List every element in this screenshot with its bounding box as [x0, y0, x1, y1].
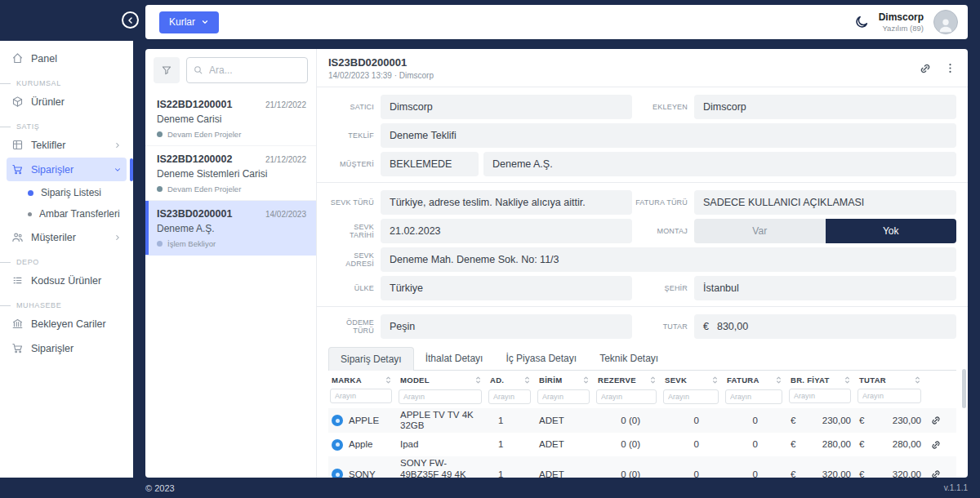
odeme-turu-field[interactable]: Peşin: [381, 314, 632, 339]
quantity-cell: 1: [487, 439, 536, 450]
field-label-sevk-tarihi: SEVK TARİHİ: [328, 223, 381, 239]
status-dot: [157, 186, 163, 192]
sort-icon[interactable]: [844, 376, 851, 385]
fatura-turu-field[interactable]: SADECE KULLANICI AÇIKLAMASI: [694, 190, 956, 215]
brand-cell: Apple: [349, 439, 372, 450]
filter-input-fatura[interactable]: [725, 389, 782, 404]
sidebar-item-urunler[interactable]: Ürünler: [7, 90, 127, 113]
orders-search-row: [145, 49, 316, 91]
sort-icon[interactable]: [474, 376, 482, 385]
montaj-var-option[interactable]: Var: [694, 219, 826, 243]
order-items-table: MARKA MODEL AD. BİRİM REZERVE SEVK FATUR…: [328, 371, 956, 478]
order-list-item[interactable]: IS22BD1200001 21/12/2022 Deneme Carisi D…: [145, 91, 316, 146]
sidebar-collapse-button[interactable]: [122, 11, 139, 29]
sidebar-section-satis: SATIŞ: [0, 122, 133, 131]
sidebar: Panel KURUMSAL Ürünler SATIŞ Teklifler S…: [0, 41, 133, 478]
filter-input-sevk[interactable]: [663, 389, 719, 404]
sort-icon[interactable]: [649, 376, 657, 385]
musteri-name-field[interactable]: Deneme A.Ş.: [483, 152, 956, 176]
reserve-cell: 0 (0): [595, 439, 662, 450]
user-role: Yazılım (89): [879, 24, 924, 33]
link-icon[interactable]: [919, 62, 932, 75]
sort-icon[interactable]: [385, 376, 392, 385]
order-list-item-selected[interactable]: IS23BD0200001 14/02/2023 Deneme A.Ş. İşl…: [145, 201, 316, 256]
tutar-field[interactable]: € 830,00: [694, 314, 956, 339]
sidebar-subitem-ambar-transferleri[interactable]: Ambar Transferleri: [7, 203, 127, 225]
column-header-birim[interactable]: BİRİM: [536, 376, 595, 385]
sehir-field[interactable]: İstanbul: [694, 276, 956, 300]
column-header-br-fiyat[interactable]: BR. FİYAT: [787, 376, 856, 385]
sort-icon[interactable]: [523, 376, 531, 385]
total-cell: €280,00: [856, 439, 926, 450]
search-input[interactable]: [186, 57, 308, 83]
filter-input-tutar[interactable]: [858, 389, 921, 403]
sidebar-item-kodsuz-urunler[interactable]: Kodsuz Ürünler: [7, 269, 127, 292]
satici-field[interactable]: Dimscorp: [381, 95, 632, 119]
table-row[interactable]: SONY SONY FW-49BZ35F 49 4K DISPLAY 1 ADE…: [328, 456, 956, 478]
invoiced-cell: 0: [724, 469, 787, 478]
dark-mode-toggle[interactable]: [854, 15, 869, 29]
section-label: SATIŞ: [16, 122, 39, 131]
order-date: 21/12/2022: [265, 155, 306, 164]
sort-icon[interactable]: [711, 376, 719, 385]
order-code: IS22BD1200001: [157, 99, 232, 110]
column-header-model[interactable]: MODEL: [397, 376, 487, 385]
filter-input-birim[interactable]: [537, 389, 590, 404]
unit-price-cell: €320,00: [787, 469, 856, 478]
column-header-fatura[interactable]: FATURA: [724, 376, 787, 385]
column-header-tutar[interactable]: TUTAR: [856, 376, 926, 385]
chevron-left-icon: [126, 16, 136, 25]
total-cell: €230,00: [856, 416, 926, 426]
sidebar-item-teklifler[interactable]: Teklifler: [7, 133, 127, 157]
more-menu-icon[interactable]: [944, 62, 956, 74]
sort-icon[interactable]: [582, 376, 590, 385]
sidebar-item-siparisler[interactable]: Siparişler: [7, 158, 127, 181]
avatar[interactable]: [933, 10, 958, 34]
order-list-item[interactable]: IS22BD1200002 21/12/2022 Deneme Sistemle…: [145, 146, 316, 201]
sort-icon[interactable]: [775, 376, 782, 385]
filter-input-br-fiyat[interactable]: [789, 389, 851, 403]
column-header-sevk[interactable]: SEVK: [662, 376, 724, 385]
kurlar-button[interactable]: Kurlar: [159, 11, 219, 33]
sevk-adresi-field[interactable]: Deneme Mah. Deneme Sok. No: 11/3: [381, 247, 956, 272]
tab-teknik-detayi[interactable]: Teknik Detayı: [588, 347, 670, 370]
row-link-icon[interactable]: [926, 415, 947, 426]
table-scrollbar[interactable]: [962, 369, 966, 408]
filter-button[interactable]: [154, 57, 180, 83]
sort-icon[interactable]: [914, 376, 921, 385]
table-row[interactable]: APPLE APPLE TV TV 4K 32GB 1 ADET 0 (0) 0…: [328, 408, 956, 433]
filter-input-ad[interactable]: [488, 389, 531, 404]
order-customer: Deneme Sistemleri Carisi: [157, 168, 306, 180]
montaj-yok-option[interactable]: Yok: [826, 219, 957, 243]
tab-ithalat-detayi[interactable]: İthalat Detayı: [414, 347, 495, 370]
bullet-icon: [28, 212, 32, 216]
sidebar-item-panel[interactable]: Panel: [7, 47, 127, 70]
tab-ic-piyasa-detayi[interactable]: İç Piyasa Detayı: [494, 347, 588, 370]
unit-cell: ADET: [536, 416, 595, 426]
musteri-status-field[interactable]: BEKLEMEDE: [381, 152, 479, 176]
table-row[interactable]: Apple Ipad 1 ADET 0 (0) 0 0 €280,00 €280…: [328, 433, 956, 456]
quantity-cell: 1: [487, 469, 536, 478]
teklif-field[interactable]: Deneme Teklifi: [381, 123, 956, 148]
tab-siparis-detayi[interactable]: Sipariş Detayı: [328, 347, 414, 371]
order-customer: Deneme A.Ş.: [157, 223, 306, 234]
column-header-marka[interactable]: MARKA: [328, 376, 397, 385]
column-header-ad[interactable]: AD.: [487, 376, 536, 385]
sidebar-item-musteriler[interactable]: Müşteriler: [7, 225, 127, 249]
filter-input-rezerve[interactable]: [596, 389, 657, 404]
row-link-icon[interactable]: [926, 439, 947, 451]
sevk-turu-field[interactable]: Türkiye, adrese teslim. Nakliye alıcıya …: [381, 190, 632, 215]
order-status-label: İşlem Bekliyor: [167, 239, 216, 248]
row-link-icon[interactable]: [926, 469, 947, 478]
home-icon: [11, 52, 24, 64]
ekleyen-field[interactable]: Dimscorp: [694, 95, 956, 119]
sidebar-item-siparisler-muhasebe[interactable]: Siparişler: [7, 336, 127, 360]
sevk-tarihi-field[interactable]: 21.02.2023: [381, 219, 632, 243]
filter-input-marka[interactable]: [330, 389, 392, 403]
column-header-rezerve[interactable]: REZERVE: [595, 376, 662, 385]
ulke-field[interactable]: Türkiye: [381, 276, 632, 300]
product-image-icon: [332, 415, 343, 426]
sidebar-item-bekleyen-cariler[interactable]: Bekleyen Cariler: [7, 312, 127, 336]
filter-input-model[interactable]: [399, 389, 482, 404]
sidebar-subitem-siparis-listesi[interactable]: Sipariş Listesi: [7, 182, 127, 203]
